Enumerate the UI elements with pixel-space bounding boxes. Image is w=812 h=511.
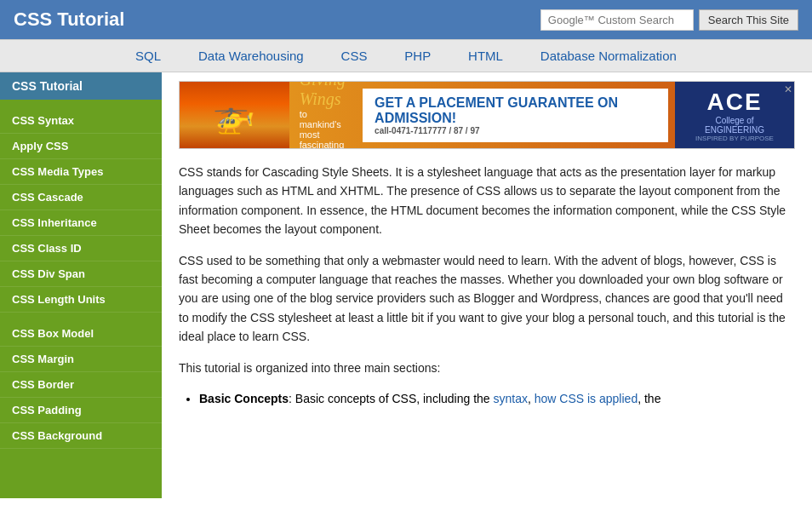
ad-ace-college: ACE College of ENGINEERING INSPIRED BY P… [675, 81, 794, 149]
ace-tagline: INSPIRED BY PURPOSE [695, 135, 774, 142]
nav-item-sql[interactable]: SQL [135, 49, 161, 63]
nav-bar: SQL Data Warehousing CSS PHP HTML Databa… [0, 39, 812, 72]
ad-banner: 🚁 Giving Wings to mankind's most fascina… [179, 81, 795, 149]
ad-cta-title: GET A PLACEMENT GUARANTEE ON ADMISSION! [375, 95, 656, 126]
sidebar-item-css-margin[interactable]: CSS Margin [0, 347, 162, 372]
bullet1-bold: Basic Concepts [199, 392, 289, 405]
sidebar-item-css-div-span[interactable]: CSS Div Span [0, 261, 162, 287]
ad-subslogan: to mankind's most fascinating dream. [300, 109, 346, 149]
how-css-applied-link[interactable]: how CSS is applied [535, 392, 638, 405]
ad-cta: GET A PLACEMENT GUARANTEE ON ADMISSION! … [363, 89, 668, 142]
sidebar-item-css-class-id[interactable]: CSS Class ID [0, 236, 162, 261]
nav-item-css[interactable]: CSS [341, 49, 368, 63]
sidebar-item-css-syntax[interactable]: CSS Syntax [0, 108, 162, 134]
sidebar-item-css-box-model[interactable]: CSS Box Model [0, 321, 162, 347]
sidebar-item-css-inheritance[interactable]: CSS Inheritance [0, 210, 162, 236]
search-button[interactable]: Search This Site [699, 9, 798, 31]
content-bullet-list: Basic Concepts: Basic concepts of CSS, i… [199, 389, 795, 408]
sidebar-item-css-length-units[interactable]: CSS Length Units [0, 287, 162, 313]
content-para1: CSS stands for Cascading Style Sheets. I… [179, 163, 795, 239]
ad-close-button[interactable]: ✕ [784, 83, 792, 95]
bullet1-text3: , the [638, 392, 660, 405]
ad-cta-phone: call-0471-7117777 / 87 / 97 [375, 126, 656, 135]
ace-name: ENGINEERING [705, 125, 764, 135]
nav-item-data-warehousing[interactable]: Data Warehousing [198, 49, 304, 63]
search-input[interactable] [540, 9, 694, 31]
ace-college-label: College of ENGINEERING [705, 116, 764, 135]
sidebar-item-css-border[interactable]: CSS Border [0, 372, 162, 398]
ace-logo: ACE [706, 89, 762, 116]
nav-item-database-normalization[interactable]: Database Normalization [540, 49, 677, 63]
bullet1-text: : Basic concepts of CSS, including the [289, 392, 493, 405]
bullet-item-basic-concepts: Basic Concepts: Basic concepts of CSS, i… [199, 389, 795, 408]
sidebar-item-css-background[interactable]: CSS Background [0, 423, 162, 449]
syntax-link[interactable]: syntax [494, 392, 528, 405]
ad-drone-image: 🚁 [180, 81, 289, 149]
sidebar-title: CSS Tutorial [0, 72, 162, 100]
close-icon: ✕ [784, 83, 792, 95]
main-layout: CSS Tutorial CSS Syntax Apply CSS CSS Me… [0, 72, 812, 498]
nav-item-html[interactable]: HTML [468, 49, 503, 63]
sidebar-item-css-media-types[interactable]: CSS Media Types [0, 159, 162, 185]
site-title: CSS Tutorial [14, 9, 124, 31]
ace-college: College of [715, 116, 753, 125]
ad-slogan: Giving Wings [300, 81, 346, 109]
sidebar: CSS Tutorial CSS Syntax Apply CSS CSS Me… [0, 72, 162, 498]
bullet1-text2: , [528, 392, 535, 405]
sidebar-item-apply-css[interactable]: Apply CSS [0, 134, 162, 159]
drone-icon: 🚁 [213, 95, 255, 135]
content-para2: CSS used to be something that only a web… [179, 251, 795, 347]
search-wrapper [540, 9, 694, 31]
nav-item-php[interactable]: PHP [404, 49, 431, 63]
header: CSS Tutorial Search This Site [0, 0, 812, 39]
sidebar-item-css-cascade[interactable]: CSS Cascade [0, 185, 162, 210]
sidebar-item-css-padding[interactable]: CSS Padding [0, 398, 162, 423]
content-area: 🚁 Giving Wings to mankind's most fascina… [162, 72, 812, 498]
content-para3: This tutorial is organized into three ma… [179, 359, 795, 377]
ad-text: Giving Wings to mankind's most fascinati… [289, 81, 356, 149]
search-area: Search This Site [540, 9, 798, 31]
